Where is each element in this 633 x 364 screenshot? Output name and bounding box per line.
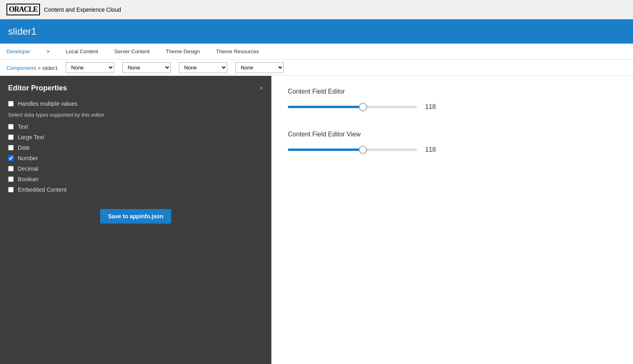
field-editor-title: Content Field Editor	[288, 88, 617, 95]
breadcrumb-separator: >	[38, 65, 42, 71]
data-type-boolean-row: Boolean	[8, 176, 263, 182]
handles-multiple-label: Handles multiple values	[18, 100, 78, 107]
data-type-decimal-checkbox[interactable]	[8, 166, 14, 172]
field-editor-section: Content Field Editor 118	[288, 88, 617, 111]
field-editor-slider-thumb[interactable]	[359, 103, 367, 111]
page-title: slider1	[8, 26, 37, 37]
nav-bar: Developer > Local Content Server Content…	[0, 44, 633, 60]
field-editor-view-slider-value: 118	[425, 146, 441, 153]
breadcrumb-components-link[interactable]: Components	[6, 65, 36, 71]
editor-panel: Editor Properties × Handles multiple val…	[0, 76, 271, 364]
data-type-boolean-label: Boolean	[18, 176, 38, 182]
nav-local-content: Local Content	[66, 48, 98, 54]
main-area: Editor Properties × Handles multiple val…	[0, 76, 633, 364]
nav-theme-resources: Theme Resources	[216, 48, 259, 54]
blue-title-bar: slider1	[0, 19, 633, 44]
field-editor-view-slider-thumb[interactable]	[359, 146, 367, 154]
content-area: Content Field Editor 118 Content Field E…	[272, 76, 633, 364]
field-editor-slider-fill	[288, 106, 363, 108]
data-type-text-row: Text	[8, 123, 263, 130]
editor-panel-header: Editor Properties ×	[8, 84, 263, 92]
data-type-number-checkbox[interactable]	[8, 155, 14, 161]
handles-multiple-checkbox[interactable]	[8, 101, 14, 107]
data-type-large-text-row: Large Text	[8, 134, 263, 140]
data-type-large-text-label: Large Text	[18, 134, 44, 140]
save-button[interactable]: Save to appinfo.json	[100, 209, 172, 224]
theme-resources-select[interactable]: None	[235, 62, 284, 73]
data-types-list: Text Large Text Date Number Decimal Bool…	[8, 123, 263, 193]
data-type-embedded-label: Embedded Content	[18, 186, 67, 193]
data-type-number-row: Number	[8, 155, 263, 161]
handles-multiple-row: Handles multiple values	[8, 100, 263, 107]
oracle-logo: ORACLE	[6, 4, 40, 15]
breadcrumb-current: slider1	[42, 65, 58, 71]
close-icon[interactable]: ×	[260, 85, 263, 92]
data-type-date-label: Date	[18, 144, 30, 151]
field-editor-view-slider-track[interactable]	[288, 149, 417, 151]
data-type-large-text-checkbox[interactable]	[8, 134, 14, 140]
field-editor-slider-value: 118	[425, 103, 441, 111]
data-type-decimal-row: Decimal	[8, 165, 263, 172]
data-type-embedded-row: Embedded Content	[8, 186, 263, 193]
nav-server-content: Server Content	[114, 48, 149, 54]
data-types-label: Select data types supported by this edit…	[8, 112, 263, 118]
breadcrumb-row: Components > slider1 None None None None	[0, 60, 633, 76]
local-content-select[interactable]: None	[66, 62, 114, 73]
theme-design-select[interactable]: None	[179, 62, 227, 73]
field-editor-view-section: Content Field Editor View 118	[288, 131, 617, 153]
data-type-date-row: Date	[8, 144, 263, 151]
data-type-text-checkbox[interactable]	[8, 124, 14, 130]
nav-separator: >	[46, 48, 50, 54]
data-type-boolean-checkbox[interactable]	[8, 176, 14, 182]
field-editor-view-slider-fill	[288, 149, 363, 151]
server-content-select[interactable]: None	[122, 62, 171, 73]
nav-theme-design: Theme Design	[166, 48, 200, 54]
field-editor-view-title: Content Field Editor View	[288, 131, 617, 138]
data-type-text-label: Text	[18, 123, 28, 130]
app-title-header: Content and Experience Cloud	[44, 6, 121, 13]
top-header: ORACLE Content and Experience Cloud	[0, 0, 633, 19]
nav-developer-link[interactable]: Developer	[6, 48, 30, 54]
field-editor-slider-track[interactable]	[288, 106, 417, 108]
field-editor-slider-container: 118	[288, 103, 617, 111]
editor-panel-title: Editor Properties	[8, 84, 67, 92]
data-type-embedded-checkbox[interactable]	[8, 187, 14, 192]
data-type-number-label: Number	[18, 155, 38, 161]
field-editor-view-slider-container: 118	[288, 146, 617, 153]
data-type-date-checkbox[interactable]	[8, 145, 14, 151]
data-type-decimal-label: Decimal	[18, 165, 38, 172]
